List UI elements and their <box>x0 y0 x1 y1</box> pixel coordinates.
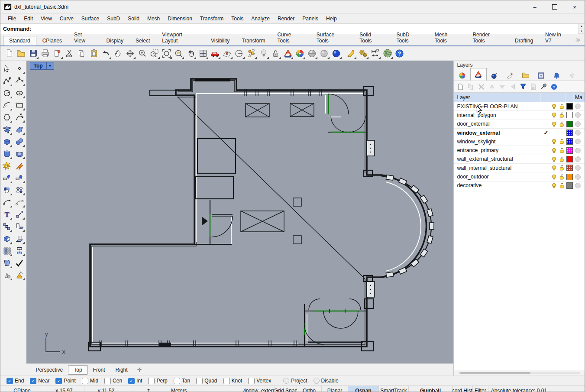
extrude-surface-tool[interactable] <box>14 233 25 244</box>
display-color-wheel-button[interactable] <box>294 48 306 59</box>
layer-row[interactable]: door_external ✓ <box>454 120 585 129</box>
toolbar-tab[interactable]: CPlanes <box>36 36 68 45</box>
toolbar-tab[interactable]: Mesh Tools <box>429 30 467 45</box>
rendered-viewport-button[interactable] <box>330 48 342 59</box>
layer-name[interactable]: door_outdoor <box>454 174 543 180</box>
layer-color-swatch[interactable] <box>566 156 573 162</box>
layers-horizontal-scrollbar[interactable] <box>454 370 585 376</box>
layer-material-cell[interactable] <box>573 112 585 118</box>
viewport-title[interactable]: Top <box>30 62 47 70</box>
layer-color-swatch[interactable] <box>566 174 573 180</box>
layer-report-button[interactable] <box>529 82 538 91</box>
layer-name[interactable]: internal_polygon <box>454 112 543 118</box>
minimize-button[interactable]: – <box>525 0 545 13</box>
command-history-spinner[interactable]: ▲▼ <box>578 24 585 34</box>
osnap-radio[interactable] <box>314 378 320 384</box>
viewport-tab[interactable]: Perspective <box>31 366 68 374</box>
layer-name[interactable]: wall_internal_structural <box>454 165 543 171</box>
toolbar-tab[interactable]: Solid Tools <box>353 30 390 45</box>
control-point-curve-tool[interactable] <box>14 75 25 87</box>
export-annotate-button[interactable] <box>52 48 63 59</box>
osnap-checkbox[interactable]: ✓ <box>128 378 135 384</box>
layer-material-cell[interactable] <box>573 148 585 153</box>
toolbar-tab[interactable]: Drafting <box>509 36 539 45</box>
point-tool[interactable] <box>14 63 25 75</box>
layer-color-swatch[interactable] <box>566 147 573 154</box>
osnap-toggle[interactable]: ✓ Point <box>55 378 75 384</box>
status-cell[interactable]: z <box>128 386 169 392</box>
shaded-viewport-button[interactable] <box>306 48 318 59</box>
help-panel-tab[interactable]: ? <box>533 70 549 81</box>
flow-along-curve-tool[interactable] <box>1 257 13 269</box>
copy-button[interactable] <box>76 48 87 59</box>
menu-item[interactable]: Solid <box>124 15 143 23</box>
options-gears-button[interactable] <box>357 48 369 59</box>
layer-visibility-bulb-icon[interactable] <box>550 104 558 109</box>
layer-material-cell[interactable] <box>573 165 585 171</box>
menu-item[interactable]: Mesh <box>143 15 164 23</box>
status-cell[interactable]: Ortho <box>297 386 322 392</box>
maximize-button[interactable] <box>545 0 565 13</box>
render-preview-tool[interactable] <box>14 269 25 281</box>
toolbar-tab[interactable]: Transform <box>236 36 271 45</box>
polyline-tool[interactable] <box>1 75 13 87</box>
select-arrow-tool[interactable] <box>1 63 13 75</box>
layer-row[interactable]: wall_external_structural ✓ <box>454 155 585 164</box>
layer-tools-button[interactable] <box>540 82 548 91</box>
layer-name[interactable]: wall_external_structural <box>454 156 543 162</box>
display-panel-tab[interactable] <box>455 70 470 81</box>
osnap-radio[interactable] <box>283 378 289 384</box>
layer-row[interactable]: internal_polygon ✓ <box>454 111 585 120</box>
surface-from-points-tool[interactable] <box>1 124 13 135</box>
file-explorer-panel-tab[interactable] <box>518 70 533 81</box>
polygon-tool[interactable] <box>1 112 13 123</box>
layer-name[interactable]: EXISTING-FLOOR-PLAN <box>454 104 543 110</box>
osnap-checkbox[interactable] <box>223 378 230 384</box>
layer-visibility-bulb-icon[interactable] <box>550 183 558 188</box>
layer-visibility-bulb-icon[interactable] <box>550 139 558 144</box>
menu-item[interactable]: File <box>4 15 20 23</box>
layer-row[interactable]: door_outdoor ✓ <box>454 172 585 181</box>
check-tool[interactable] <box>14 257 25 269</box>
layer-material-cell[interactable] <box>573 156 585 162</box>
floor-plan-drawing[interactable]: y x <box>26 61 453 363</box>
layer-visibility-bulb-icon[interactable] <box>550 156 558 162</box>
viewport-menu-arrow-icon[interactable]: ▼ <box>47 62 54 70</box>
layer-name[interactable]: entrance_primary <box>454 147 543 153</box>
layer-name[interactable]: door_external <box>454 121 543 127</box>
layer-color-swatch[interactable] <box>566 130 573 136</box>
render-panel-tab[interactable] <box>487 70 502 81</box>
layer-color-swatch[interactable] <box>566 121 573 127</box>
status-cell[interactable]: Osnap <box>348 386 379 392</box>
zoom-extents-button[interactable] <box>161 48 172 59</box>
toolbar-tab[interactable]: Curve Tools <box>271 30 310 45</box>
text-tool[interactable]: T <box>1 209 13 220</box>
osnap-toggle[interactable]: ✓ Int <box>128 378 142 384</box>
zoom-selected-button[interactable] <box>173 48 184 59</box>
layer-material-cell[interactable] <box>573 139 585 144</box>
osnap-radio-toggle[interactable]: Disable <box>314 378 339 384</box>
osnap-toggle[interactable]: Knot <box>223 378 242 384</box>
zoom-dynamic-button[interactable] <box>136 48 148 59</box>
osnap-checkbox[interactable]: ✓ <box>6 378 13 384</box>
sphere-tool[interactable] <box>14 136 25 147</box>
chamfer-tool[interactable] <box>14 172 25 184</box>
layer-lock-icon[interactable] <box>558 112 566 118</box>
explode-tool[interactable] <box>1 160 13 172</box>
layer-panel-button[interactable] <box>282 48 294 59</box>
rectangle-tool[interactable] <box>14 100 25 111</box>
layer-lock-icon[interactable] <box>558 148 566 153</box>
toolbar-settings-gear-icon[interactable] <box>575 37 581 43</box>
layer-color-swatch[interactable] <box>566 138 573 145</box>
copy-objects-tool[interactable] <box>1 221 13 232</box>
osnap-checkbox[interactable] <box>174 378 180 384</box>
extend-curve-tool[interactable] <box>14 160 25 172</box>
cplane-button[interactable] <box>233 48 245 59</box>
undo-view-change-button[interactable] <box>185 48 197 59</box>
osnap-toggle[interactable]: Mid <box>82 378 98 384</box>
layer-lock-icon[interactable] <box>558 165 566 171</box>
toolbar-tab[interactable]: Viewport Layout <box>156 30 205 45</box>
selection-filter-button[interactable] <box>246 48 257 59</box>
delete-layer-button[interactable] <box>477 82 486 91</box>
menu-item[interactable]: SubD <box>103 15 124 23</box>
